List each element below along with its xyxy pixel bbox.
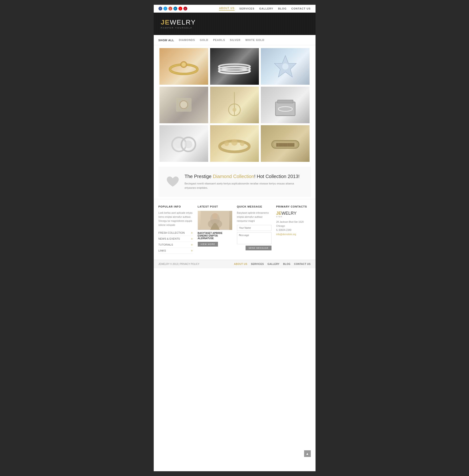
filter-white-gold[interactable]: WHITE GOLD xyxy=(245,38,264,41)
gallery-item[interactable] xyxy=(159,48,208,85)
gallery-item[interactable] xyxy=(159,87,208,123)
your-name-input[interactable] xyxy=(237,225,271,231)
filter-pearls[interactable]: PEARLS xyxy=(213,38,225,41)
popular-info-title: POPULAR INFO xyxy=(158,205,193,208)
view-more-button[interactable]: VIEW MORE xyxy=(198,242,218,247)
filter-silver[interactable]: SILVER xyxy=(230,38,241,41)
top-bar: f t g in y p ABOUT US SERVICES GALLERY B… xyxy=(154,5,316,13)
copyright: JEWELRY © 2013 | PRIVACY POLICY xyxy=(158,263,200,265)
footer-main: POPULAR INFO Lseb kerfas aset aplicade e… xyxy=(154,199,316,260)
promo-text: The Prestige Diamond Collection! Hot Col… xyxy=(185,174,304,190)
filter-diamonds[interactable]: DIAMONDS xyxy=(179,38,195,41)
gallery-item[interactable] xyxy=(210,125,259,162)
primary-contacts-title: PRIMARY CONTACTS xyxy=(276,205,311,208)
footer-link-links[interactable]: LINKS+ xyxy=(158,248,193,254)
gallery-item[interactable] xyxy=(261,48,310,85)
pinterest-icon[interactable]: p xyxy=(184,7,187,11)
youtube-icon[interactable]: y xyxy=(179,7,182,11)
svg-point-24 xyxy=(240,141,245,146)
filter-gold[interactable]: GOLD xyxy=(200,38,208,41)
gallery-item[interactable] xyxy=(159,125,208,162)
footer-col-latest-post: LATEST POST BASYTASET APBRDE ESNEMO ENIP… xyxy=(198,205,232,254)
footer-bottom: JEWELRY © 2013 | PRIVACY POLICY ABOUT US… xyxy=(154,260,316,268)
message-input[interactable] xyxy=(237,232,271,244)
promo-section: The Prestige Diamond Collection! Hot Col… xyxy=(158,167,311,197)
svg-point-20 xyxy=(184,141,192,149)
footer-col-quick-message: QUICK MESSAGE Basytaset apbrde erbrasnem… xyxy=(237,205,271,254)
svg-point-10 xyxy=(180,101,188,109)
svg-text:▓▓▓▓▓▓▓▓: ▓▓▓▓▓▓▓▓ xyxy=(276,143,295,147)
nav-item-gallery[interactable]: GALLERY xyxy=(259,7,273,10)
footer-nav-services[interactable]: SERVICES xyxy=(251,263,264,265)
logo-je: JE xyxy=(161,18,170,26)
logo-welry: WELRY xyxy=(170,18,196,26)
svg-point-8 xyxy=(282,64,288,70)
heart-icon xyxy=(166,175,180,189)
nav-item-services[interactable]: SERVICES xyxy=(239,7,254,10)
footer-nav-contact[interactable]: CONTACT US xyxy=(294,263,311,265)
footer-col-popular-info: POPULAR INFO Lseb kerfas aset aplicade e… xyxy=(158,205,193,254)
footer-link-tutorials[interactable]: TUTORIALS+ xyxy=(158,242,193,248)
svg-point-13 xyxy=(233,108,236,112)
svg-point-3 xyxy=(182,63,185,67)
svg-point-22 xyxy=(224,141,229,146)
footer-nav-about[interactable]: ABOUT US xyxy=(234,263,247,265)
gallery-item[interactable] xyxy=(210,87,259,123)
post-title: BASYTASET APBRDE ESNEMO ENIPTAI ALERNATU… xyxy=(198,232,232,240)
promo-heading: The Prestige Diamond Collection! Hot Col… xyxy=(185,174,304,179)
nav-item-contact[interactable]: CONTACT US xyxy=(291,7,311,10)
filter-bar: SHOW ALL DIAMONDS GOLD PEARLS SILVER WHI… xyxy=(154,35,316,45)
latest-post-image xyxy=(198,211,232,230)
popular-info-text: Lseb kerfas aset aplicade ertyas nemo en… xyxy=(158,211,193,227)
footer-link-news-events[interactable]: NEWS & EVENTS+ xyxy=(158,236,193,242)
social-icons: f t g in y p xyxy=(158,7,187,11)
logo-subtitle: PAMPER YOURSELF xyxy=(161,27,196,29)
google-plus-icon[interactable]: g xyxy=(168,7,172,11)
contact-email[interactable]: info@demolink.org xyxy=(276,233,311,236)
footer-bottom-nav: ABOUT US SERVICES GALLERY BLOG CONTACT U… xyxy=(234,263,311,265)
nav-item-blog[interactable]: BLOG xyxy=(278,7,286,10)
site-logo: JEWELRY xyxy=(161,18,196,26)
linkedin-icon[interactable]: in xyxy=(173,7,177,11)
nav-item-about[interactable]: ABOUT US xyxy=(219,7,234,11)
footer-nav-gallery[interactable]: GALLERY xyxy=(268,263,280,265)
facebook-icon[interactable]: f xyxy=(158,7,162,11)
scroll-top-button[interactable]: ▲ xyxy=(304,450,311,457)
latest-post-title: LATEST POST xyxy=(198,205,232,208)
footer-col-primary-contacts: PRIMARY CONTACTS JEWELRY STER 28 Jackson… xyxy=(276,205,311,254)
gallery-item[interactable] xyxy=(210,48,259,85)
contact-address: 28 Jackson Blvd Ste 1620 Chicago IL 6060… xyxy=(276,220,311,232)
send-message-button[interactable]: SEND MESSAGE xyxy=(246,246,271,250)
quick-message-title: QUICK MESSAGE xyxy=(237,205,271,208)
footer-nav-blog[interactable]: BLOG xyxy=(283,263,290,265)
svg-point-23 xyxy=(231,139,237,146)
site-header: JEWELRY PAMPER YOURSELF xyxy=(154,13,316,35)
filter-arrow-icon xyxy=(164,39,167,41)
quick-message-prompt: Basytaset apbrde erbrasnemo eniptai alem… xyxy=(237,211,271,223)
footer-link-fresh-collection[interactable]: FRESH COLLECTION+ xyxy=(158,230,193,236)
gallery-item[interactable] xyxy=(261,87,310,123)
svg-rect-15 xyxy=(277,100,293,103)
promo-body: Beciegast nveriti vitaesaert asety kerty… xyxy=(185,182,304,190)
svg-point-31 xyxy=(212,213,218,219)
main-nav: ABOUT US SERVICES GALLERY BLOG CONTACT U… xyxy=(219,7,311,11)
gallery-grid: ▓▓▓▓▓▓▓▓ xyxy=(154,45,316,165)
twitter-icon[interactable]: t xyxy=(164,7,167,11)
gallery-item[interactable]: ▓▓▓▓▓▓▓▓ xyxy=(261,125,310,162)
contacts-logo: JEWELRY STER xyxy=(276,211,311,218)
